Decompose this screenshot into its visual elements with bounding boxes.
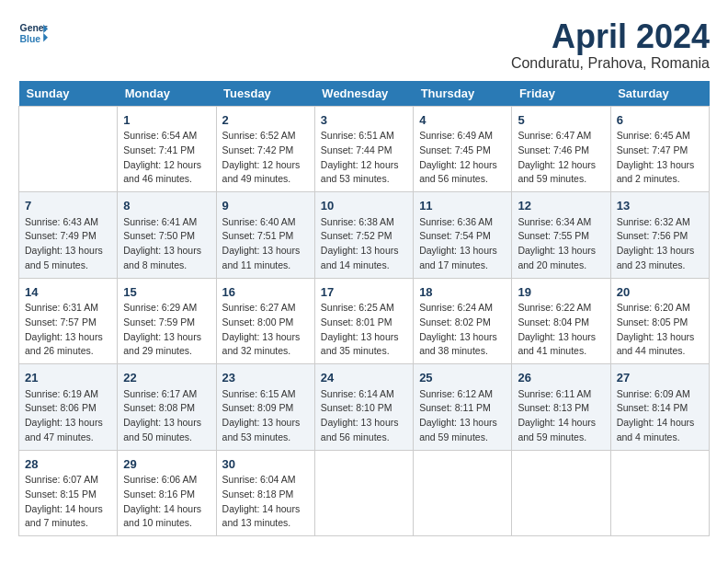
day-info: Daylight: 13 hours — [222, 244, 309, 259]
day-info: and 41 minutes. — [518, 344, 604, 359]
day-info: and 56 minutes. — [419, 172, 506, 187]
day-info: Daylight: 12 hours — [321, 158, 407, 173]
logo-icon: General Blue — [18, 18, 48, 48]
table-row: 26Sunrise: 6:11 AMSunset: 8:13 PMDayligh… — [512, 364, 610, 451]
table-row: 2Sunrise: 6:52 AMSunset: 7:42 PMDaylight… — [216, 106, 314, 192]
day-info: Daylight: 13 hours — [419, 330, 506, 345]
header-thursday: Thursday — [414, 81, 512, 107]
table-row: 19Sunrise: 6:22 AMSunset: 8:04 PMDayligh… — [512, 278, 610, 364]
day-info: and 35 minutes. — [321, 344, 407, 359]
day-info: Sunrise: 6:41 AM — [123, 215, 210, 230]
table-row: 22Sunrise: 6:17 AMSunset: 8:08 PMDayligh… — [118, 364, 216, 451]
day-number: 13 — [617, 197, 703, 215]
day-number: 12 — [518, 197, 604, 215]
header-saturday: Saturday — [610, 81, 709, 107]
day-info: Sunrise: 6:38 AM — [321, 215, 407, 230]
day-info: and 29 minutes. — [123, 344, 210, 359]
day-number: 27 — [617, 369, 703, 387]
day-info: Sunset: 7:47 PM — [617, 144, 703, 158]
day-info: Sunrise: 6:32 AM — [617, 215, 703, 230]
page-header: General Blue April 2024 Conduratu, Praho… — [18, 18, 710, 72]
day-info: and 49 minutes. — [222, 172, 309, 187]
calendar-week-row: 7Sunrise: 6:43 AMSunset: 7:49 PMDaylight… — [19, 192, 710, 279]
day-info: Sunrise: 6:09 AM — [617, 387, 703, 402]
day-info: Sunrise: 6:19 AM — [25, 387, 111, 402]
day-info: Sunset: 8:15 PM — [25, 488, 111, 502]
day-info: Sunset: 8:02 PM — [419, 316, 506, 330]
day-info: Sunset: 8:11 PM — [419, 401, 506, 416]
day-info: Sunrise: 6:22 AM — [518, 301, 604, 316]
day-info: Sunset: 8:01 PM — [321, 316, 407, 330]
table-row: 11Sunrise: 6:36 AMSunset: 7:54 PMDayligh… — [414, 192, 512, 279]
day-number: 3 — [321, 111, 407, 130]
day-info: Daylight: 14 hours — [617, 416, 703, 431]
day-info: Daylight: 14 hours — [25, 502, 111, 517]
day-info: Daylight: 14 hours — [123, 502, 210, 517]
day-number: 1 — [123, 111, 210, 130]
day-info: Sunrise: 6:25 AM — [321, 301, 407, 316]
table-row: 1Sunrise: 6:54 AMSunset: 7:41 PMDaylight… — [118, 106, 216, 192]
table-row: 18Sunrise: 6:24 AMSunset: 8:02 PMDayligh… — [414, 278, 512, 364]
day-info: and 14 minutes. — [321, 259, 407, 273]
day-info: and 7 minutes. — [25, 516, 111, 531]
day-info: Sunset: 8:08 PM — [123, 401, 210, 416]
day-info: Daylight: 13 hours — [222, 330, 309, 345]
table-row: 12Sunrise: 6:34 AMSunset: 7:55 PMDayligh… — [512, 192, 610, 279]
header-wednesday: Wednesday — [314, 81, 413, 107]
day-number: 9 — [222, 197, 309, 215]
day-info: Sunset: 8:16 PM — [123, 488, 210, 502]
day-number: 10 — [321, 197, 407, 215]
day-number: 23 — [222, 369, 309, 387]
calendar-week-row: 14Sunrise: 6:31 AMSunset: 7:57 PMDayligh… — [19, 278, 710, 364]
day-info: Sunset: 8:04 PM — [518, 316, 604, 330]
day-number: 16 — [222, 283, 309, 302]
day-info: Sunrise: 6:11 AM — [518, 387, 604, 402]
day-info: Daylight: 13 hours — [518, 244, 604, 259]
title-section: April 2024 Conduratu, Prahova, Romania — [511, 18, 710, 72]
day-info: Daylight: 13 hours — [321, 330, 407, 345]
day-number: 18 — [419, 283, 506, 302]
day-info: Sunrise: 6:07 AM — [25, 473, 111, 488]
day-number: 26 — [518, 369, 604, 387]
day-number: 22 — [123, 369, 210, 387]
day-info: and 11 minutes. — [222, 259, 309, 273]
day-info: Sunrise: 6:27 AM — [222, 301, 309, 316]
day-info: Sunrise: 6:47 AM — [518, 129, 604, 144]
day-info: and 56 minutes. — [321, 431, 407, 445]
day-info: Daylight: 13 hours — [419, 244, 506, 259]
day-info: and 46 minutes. — [123, 172, 210, 187]
day-info: Sunset: 8:13 PM — [518, 401, 604, 416]
day-info: Sunrise: 6:20 AM — [617, 301, 703, 316]
day-info: Sunset: 7:55 PM — [518, 229, 604, 244]
day-info: and 53 minutes. — [222, 431, 309, 445]
day-info: Sunrise: 6:17 AM — [123, 387, 210, 402]
day-number: 19 — [518, 283, 604, 302]
table-row: 6Sunrise: 6:45 AMSunset: 7:47 PMDaylight… — [610, 106, 709, 192]
day-info: Sunrise: 6:43 AM — [25, 215, 111, 230]
day-number: 8 — [123, 197, 210, 215]
day-info: and 53 minutes. — [321, 172, 407, 187]
day-info: Sunset: 8:05 PM — [617, 316, 703, 330]
day-info: Sunset: 7:57 PM — [25, 316, 111, 330]
day-info: Daylight: 14 hours — [518, 416, 604, 431]
day-info: Sunset: 7:46 PM — [518, 144, 604, 158]
day-info: Sunset: 7:56 PM — [617, 229, 703, 244]
header-monday: Monday — [118, 81, 216, 107]
table-row: 15Sunrise: 6:29 AMSunset: 7:59 PMDayligh… — [118, 278, 216, 364]
day-info: Sunrise: 6:52 AM — [222, 129, 309, 144]
day-info: Sunrise: 6:14 AM — [321, 387, 407, 402]
day-info: Daylight: 12 hours — [518, 158, 604, 173]
month-title: April 2024 — [511, 18, 710, 55]
day-number: 14 — [25, 283, 111, 302]
table-row: 9Sunrise: 6:40 AMSunset: 7:51 PMDaylight… — [216, 192, 314, 279]
table-row — [512, 450, 610, 536]
day-info: Sunrise: 6:40 AM — [222, 215, 309, 230]
day-info: and 13 minutes. — [222, 516, 309, 531]
day-number: 17 — [321, 283, 407, 302]
day-info: and 10 minutes. — [123, 516, 210, 531]
table-row: 13Sunrise: 6:32 AMSunset: 7:56 PMDayligh… — [610, 192, 709, 279]
day-info: Daylight: 13 hours — [123, 416, 210, 431]
day-info: Sunset: 8:09 PM — [222, 401, 309, 416]
table-row: 20Sunrise: 6:20 AMSunset: 8:05 PMDayligh… — [610, 278, 709, 364]
day-info: Sunset: 7:49 PM — [25, 229, 111, 244]
